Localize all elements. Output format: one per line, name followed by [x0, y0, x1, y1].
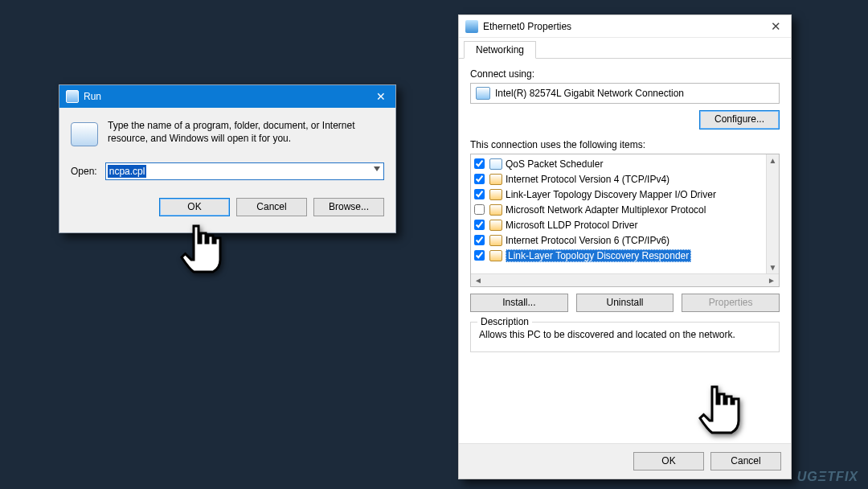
- properties-titlebar[interactable]: Ethernet0 Properties ✕: [459, 15, 791, 38]
- scroll-down-icon[interactable]: ▼: [768, 261, 779, 273]
- close-icon[interactable]: ✕: [373, 90, 389, 103]
- item-label: Internet Protocol Version 6 (TCP/IPv6): [506, 235, 669, 246]
- component-icon: [489, 250, 502, 261]
- run-description: Type the name of a program, folder, docu…: [108, 119, 384, 145]
- install-button[interactable]: Install...: [470, 294, 568, 312]
- item-label: QoS Packet Scheduler: [506, 158, 603, 170]
- item-label: Link-Layer Topology Discovery Responder: [506, 249, 691, 262]
- browse-button[interactable]: Browse...: [313, 198, 384, 216]
- component-icon: [489, 174, 502, 185]
- open-value: ncpa.cpl: [108, 165, 147, 178]
- item-label: Microsoft LLDP Protocol Driver: [506, 220, 638, 231]
- cancel-button[interactable]: Cancel: [710, 452, 781, 471]
- list-item[interactable]: Link-Layer Topology Discovery Responder: [471, 248, 779, 263]
- adapter-field[interactable]: Intel(R) 82574L Gigabit Network Connecti…: [470, 83, 780, 104]
- scroll-up-icon[interactable]: ▲: [768, 154, 779, 166]
- component-icon: [489, 235, 502, 246]
- description-text: Allows this PC to be discovered and loca…: [479, 329, 771, 340]
- scroll-left-icon[interactable]: ◄: [471, 276, 485, 285]
- item-label: Link-Layer Topology Discovery Mapper I/O…: [506, 189, 716, 200]
- horizontal-scrollbar[interactable]: ◄ ►: [471, 273, 779, 286]
- item-checkbox[interactable]: [474, 158, 485, 169]
- component-icon: [489, 204, 502, 216]
- list-item[interactable]: Microsoft LLDP Protocol Driver: [471, 217, 779, 232]
- adapter-icon: [476, 87, 490, 100]
- items-label: This connection uses the following items…: [470, 139, 780, 150]
- connect-using-label: Connect using:: [470, 68, 780, 80]
- close-icon[interactable]: ✕: [768, 19, 784, 34]
- run-large-icon: [71, 122, 98, 146]
- component-icon: [489, 220, 502, 231]
- uninstall-button[interactable]: Uninstall: [576, 294, 674, 312]
- component-icon: [489, 189, 502, 200]
- scroll-right-icon[interactable]: ►: [764, 276, 779, 285]
- tab-networking[interactable]: Networking: [464, 41, 536, 59]
- chevron-down-icon[interactable]: [374, 166, 380, 171]
- configure-button[interactable]: Configure...: [699, 110, 780, 129]
- properties-dialog: Ethernet0 Properties ✕ Networking Connec…: [458, 14, 792, 479]
- item-label: Internet Protocol Version 4 (TCP/IPv4): [506, 174, 669, 185]
- item-checkbox[interactable]: [474, 220, 485, 230]
- properties-title: Ethernet0 Properties: [483, 21, 571, 32]
- description-legend: Description: [477, 316, 532, 327]
- run-titlebar[interactable]: Run ✕: [59, 85, 395, 108]
- list-item[interactable]: Microsoft Network Adapter Multiplexor Pr…: [471, 202, 779, 217]
- item-checkbox[interactable]: [474, 174, 485, 184]
- adapter-name: Intel(R) 82574L Gigabit Network Connecti…: [495, 88, 684, 99]
- items-listbox[interactable]: QoS Packet SchedulerInternet Protocol Ve…: [470, 154, 780, 287]
- run-title: Run: [84, 91, 101, 102]
- component-icon: [489, 158, 502, 170]
- list-item[interactable]: Internet Protocol Version 4 (TCP/IPv4): [471, 171, 779, 187]
- list-item[interactable]: QoS Packet Scheduler: [471, 156, 779, 171]
- list-item[interactable]: Internet Protocol Version 6 (TCP/IPv6): [471, 232, 779, 248]
- tabs: Networking: [459, 38, 791, 59]
- item-checkbox[interactable]: [474, 250, 485, 261]
- properties-button: Properties: [682, 294, 780, 312]
- watermark: UGΞTFIX: [797, 470, 858, 484]
- ok-button[interactable]: OK: [633, 452, 704, 471]
- open-label: Open:: [71, 166, 97, 177]
- cancel-button[interactable]: Cancel: [236, 198, 307, 216]
- item-checkbox[interactable]: [474, 189, 485, 199]
- ok-button[interactable]: OK: [159, 198, 230, 216]
- item-label: Microsoft Network Adapter Multiplexor Pr…: [506, 204, 706, 216]
- item-checkbox[interactable]: [474, 204, 485, 215]
- list-item[interactable]: Link-Layer Topology Discovery Mapper I/O…: [471, 187, 779, 202]
- nic-icon: [465, 20, 478, 33]
- item-checkbox[interactable]: [474, 235, 485, 245]
- vertical-scrollbar[interactable]: ▲ ▼: [766, 154, 779, 273]
- open-combobox[interactable]: ncpa.cpl: [105, 162, 384, 180]
- run-icon: [66, 90, 79, 103]
- run-dialog: Run ✕ Type the name of a program, folder…: [59, 84, 396, 233]
- description-group: Description Allows this PC to be discove…: [470, 322, 780, 352]
